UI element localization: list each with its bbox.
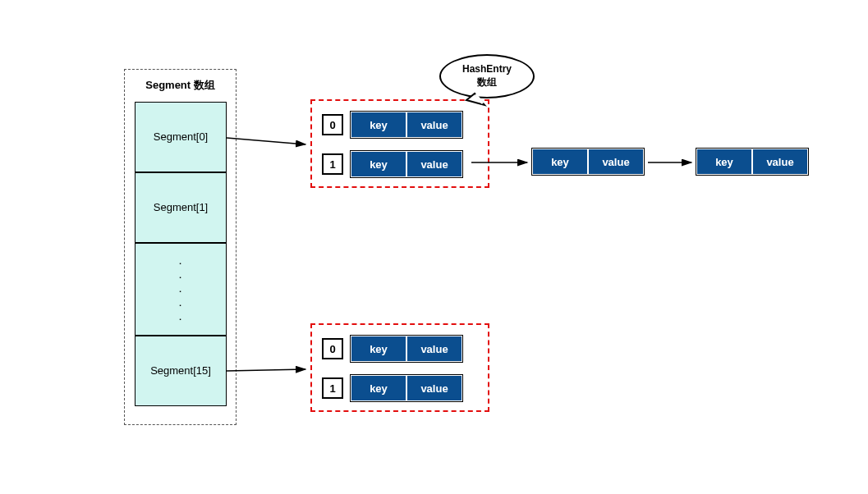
- svg-line-1: [227, 369, 305, 371]
- he2-kv-0: key value: [350, 335, 463, 363]
- segment-cell-15-label: Segment[15]: [150, 364, 211, 378]
- he1-row-0: 0 key value: [322, 111, 463, 139]
- segment-cell-dots: ． ． ． ． ．: [135, 243, 227, 336]
- value-cell: value: [406, 112, 462, 138]
- segment-cell-0: Segment[0]: [135, 102, 227, 172]
- he2-idx-1: 1: [322, 377, 343, 399]
- segment-cell-0-label: Segment[0]: [154, 130, 209, 144]
- segment-cell-1-label: Segment[1]: [154, 201, 209, 215]
- hashentry-box-top: 0 key value 1 key value: [310, 99, 489, 188]
- segment-cell-dots-label: ． ． ． ． ．: [175, 254, 187, 323]
- he2-row-1: 1 key value: [322, 374, 463, 402]
- he1-kv-0: key value: [350, 111, 463, 139]
- segment-cell-15: Segment[15]: [135, 336, 227, 406]
- he1-idx-1: 1: [322, 153, 343, 175]
- he1-kv-1: key value: [350, 150, 463, 178]
- hashentry-callout-text: HashEntry 数组: [462, 63, 512, 89]
- segment-array-title: Segment 数组: [125, 78, 236, 93]
- value-cell: value: [406, 336, 462, 362]
- he2-kv-1: key value: [350, 374, 463, 402]
- value-cell: value: [406, 375, 462, 401]
- svg-line-0: [227, 138, 305, 144]
- chain-node-1: key value: [531, 148, 645, 176]
- hashentry-box-bottom: 0 key value 1 key value: [310, 323, 489, 412]
- value-cell: value: [752, 149, 808, 175]
- key-cell: key: [351, 375, 406, 401]
- he2-row-0: 0 key value: [322, 335, 463, 363]
- key-cell: key: [351, 112, 406, 138]
- key-cell: key: [351, 151, 406, 177]
- key-cell: key: [532, 149, 588, 175]
- chain-node-2: key value: [696, 148, 809, 176]
- segment-cell-1: Segment[1]: [135, 172, 227, 243]
- value-cell: value: [588, 149, 644, 175]
- value-cell: value: [406, 151, 462, 177]
- he1-idx-0: 0: [322, 114, 343, 135]
- hashentry-callout-bubble: HashEntry 数组: [439, 54, 535, 98]
- he1-row-1: 1 key value: [322, 150, 463, 178]
- key-cell: key: [351, 336, 406, 362]
- segment-array-container: Segment 数组 Segment[0] Segment[1] ． ． ． ．…: [124, 69, 237, 425]
- he2-idx-0: 0: [322, 338, 343, 359]
- key-cell: key: [696, 149, 752, 175]
